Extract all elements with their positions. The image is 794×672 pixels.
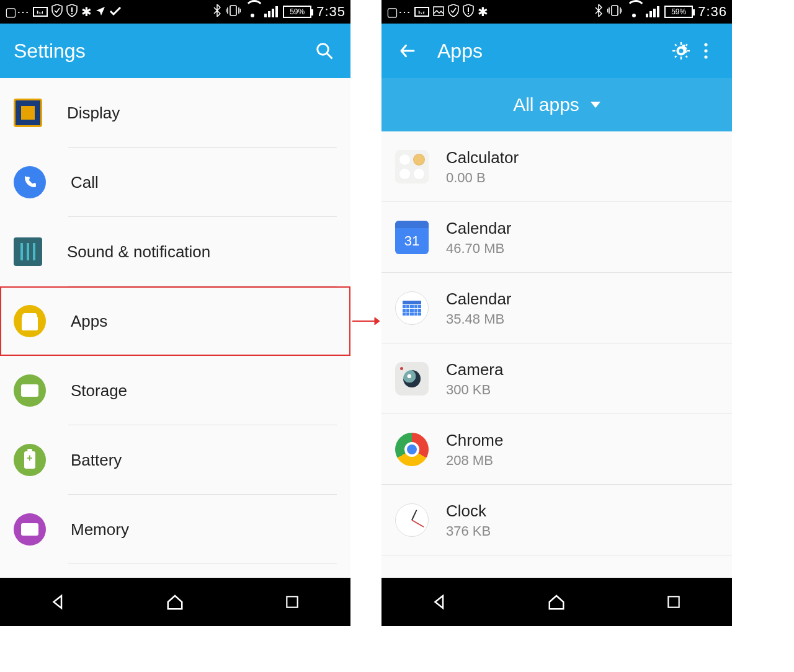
- app-name: Calendar: [446, 290, 512, 309]
- svg-point-29: [704, 43, 707, 46]
- app-name: Calendar: [446, 219, 512, 238]
- bluetooth-icon: [595, 4, 602, 20]
- app-size: 208 MB: [446, 453, 503, 469]
- svg-rect-9: [287, 596, 297, 607]
- chrome-app-icon: [395, 433, 429, 466]
- svg-rect-24: [685, 44, 688, 46]
- wifi-icon: [627, 6, 641, 17]
- apps-appbar: Apps: [381, 24, 732, 78]
- vibrate-icon: [607, 5, 622, 19]
- settings-item-label: Sound & notification: [67, 242, 210, 262]
- nav-back-button[interactable]: [46, 590, 71, 614]
- app-name: Clock: [446, 502, 491, 521]
- svg-rect-19: [680, 42, 682, 45]
- app-row-clock[interactable]: Clock 376 KB: [381, 485, 732, 555]
- more-icon: ▢⋯: [386, 4, 411, 19]
- dropdown-arrow-icon: [591, 102, 600, 108]
- battery-plus-icon: [14, 444, 46, 476]
- settings-item-memory[interactable]: Memory: [0, 495, 350, 564]
- signal-icon: [264, 6, 278, 17]
- svg-point-7: [318, 44, 329, 55]
- location-icon: [96, 5, 105, 19]
- settings-item-sound[interactable]: Sound & notification: [0, 217, 350, 286]
- app-size: 0.00 B: [446, 170, 519, 186]
- google-calendar-app-icon: 31: [395, 221, 429, 254]
- back-button[interactable]: [395, 38, 420, 63]
- svg-rect-10: [434, 7, 444, 15]
- overflow-menu-button[interactable]: [694, 38, 718, 63]
- appbar-title: Settings: [14, 40, 312, 63]
- battery-icon: 59%: [664, 6, 693, 18]
- gmail-icon: [33, 7, 48, 17]
- battery-icon: 59%: [283, 6, 311, 18]
- svg-point-31: [704, 55, 707, 58]
- settings-gear-button[interactable]: [669, 38, 694, 63]
- settings-item-label: Battery: [71, 451, 122, 470]
- app-name: Camera: [446, 360, 503, 379]
- app-row-calendar-google[interactable]: 31 Calendar 46.70 MB: [381, 202, 732, 273]
- app-name: Chrome: [446, 431, 503, 450]
- bluetooth-icon: [213, 4, 221, 20]
- nav-recents-button[interactable]: [280, 590, 305, 614]
- status-bar: ▢⋯ ✱: [381, 0, 732, 24]
- settings-item-display[interactable]: Display: [0, 78, 350, 148]
- shield-icon: [51, 4, 63, 20]
- svg-rect-25: [674, 55, 677, 58]
- wifi-icon: [246, 6, 259, 17]
- svg-rect-23: [674, 44, 677, 46]
- vibrate-icon: [226, 5, 241, 19]
- settings-item-label: Apps: [71, 312, 107, 331]
- phone-icon: [14, 166, 46, 198]
- equalizer-icon: [14, 237, 42, 266]
- app-row-chrome[interactable]: Chrome 208 MB: [381, 414, 732, 485]
- svg-line-8: [327, 53, 332, 59]
- svg-rect-21: [672, 50, 676, 51]
- check-icon: [109, 5, 122, 19]
- battery-percent: 59%: [671, 7, 686, 16]
- appbar-title: Apps: [437, 40, 669, 63]
- svg-rect-26: [685, 55, 688, 58]
- filter-label: All apps: [513, 94, 579, 115]
- snowflake-icon: ✱: [81, 4, 92, 19]
- apps-filter-dropdown[interactable]: All apps: [381, 78, 732, 131]
- svg-rect-20: [680, 56, 682, 60]
- settings-item-label: Call: [71, 173, 99, 192]
- svg-point-30: [704, 49, 707, 52]
- svg-point-12: [468, 12, 469, 14]
- shield-alert-icon: [66, 4, 78, 20]
- clock-time: 7:36: [698, 4, 727, 20]
- app-row-calculator[interactable]: Calculator 0.00 B: [381, 131, 732, 202]
- app-size: 376 KB: [446, 523, 491, 539]
- nav-back-button[interactable]: [427, 590, 452, 614]
- nav-recents-button[interactable]: [661, 590, 686, 614]
- settings-item-label: Memory: [71, 520, 129, 539]
- settings-item-call[interactable]: Call: [0, 148, 350, 217]
- battery-percent: 59%: [290, 7, 305, 16]
- apps-list: Calculator 0.00 B 31 Calendar 46.70 MB C…: [381, 131, 732, 578]
- settings-item-storage[interactable]: Storage: [0, 356, 350, 425]
- android-navbar: [0, 578, 350, 626]
- app-size: 46.70 MB: [446, 241, 512, 257]
- shield-alert-icon: [463, 4, 474, 20]
- display-icon: [14, 99, 42, 127]
- search-button[interactable]: [312, 38, 337, 63]
- settings-item-apps[interactable]: Apps: [0, 286, 350, 356]
- svg-rect-32: [668, 596, 679, 607]
- snowflake-icon: ✱: [478, 4, 488, 19]
- app-size: 300 KB: [446, 382, 503, 398]
- nav-home-button[interactable]: [544, 590, 569, 614]
- gmail-icon: [414, 7, 429, 17]
- image-icon: [433, 5, 444, 19]
- app-row-calendar-stock[interactable]: Calendar 35.48 MB: [381, 273, 732, 343]
- settings-item-battery[interactable]: Battery: [0, 425, 350, 495]
- chip-icon: [14, 374, 46, 407]
- svg-point-1: [71, 12, 73, 14]
- signal-icon: [646, 6, 659, 17]
- app-name: Calculator: [446, 148, 519, 167]
- clock-app-icon: [395, 503, 429, 537]
- calendar-app-icon: [395, 291, 429, 325]
- nav-home-button[interactable]: [163, 590, 187, 614]
- camera-app-icon: [395, 362, 429, 396]
- shield-icon: [448, 4, 459, 20]
- app-row-camera[interactable]: Camera 300 KB: [381, 343, 732, 414]
